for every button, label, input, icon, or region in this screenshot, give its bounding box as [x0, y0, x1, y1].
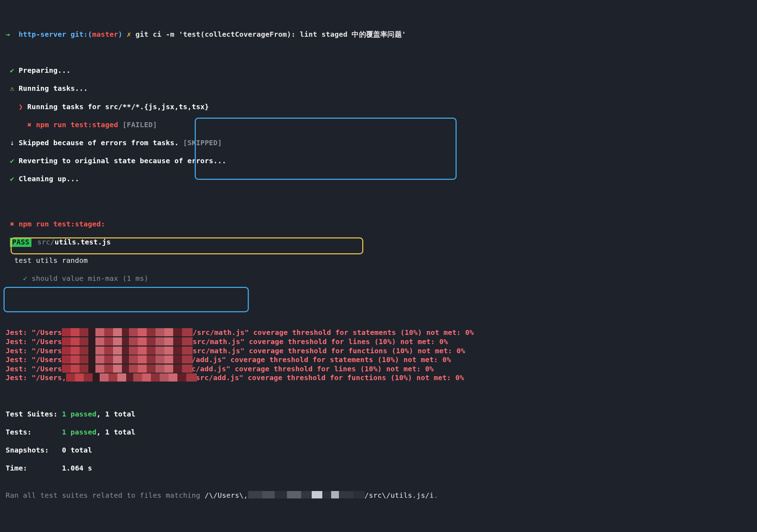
lint-failed-cmd: npm run test:staged — [36, 120, 118, 129]
summary-suites-total: , 1 total — [96, 410, 135, 418]
jest-err-mid: src — [193, 347, 206, 355]
jest-err-post: /math.js" coverage threshold for functio… — [206, 347, 465, 355]
jest-error-block: Jest: "/Users/src/math.js" coverage thre… — [6, 328, 757, 383]
lint-clean: ✔ Cleaning up... — [6, 175, 757, 184]
jest-error-line: Jest: "/Userssrc/add.js" coverage thresh… — [6, 355, 757, 365]
ran-match-b: /src\/utils.js/i — [365, 491, 434, 500]
summary-snap-val: 0 total — [62, 446, 92, 454]
jest-err-pre: Jest: "/Users — [6, 328, 62, 337]
summary-time: Time: 1.064 s — [6, 464, 757, 473]
suite-name: test utils random — [14, 256, 88, 265]
jest-error-line: Jest: "/Users/src/math.js" coverage thre… — [6, 328, 757, 337]
censored-path — [62, 337, 193, 345]
lint-skip-text: Skipped because of errors from tasks. — [19, 138, 179, 147]
lint-revert-text: Reverting to original state because of e… — [19, 156, 227, 165]
prompt-line: → http-server git:(master) ✗ git ci -m '… — [6, 30, 757, 39]
summary-time-val: 1.064 s — [62, 464, 92, 472]
warn-icon: ⚠ — [10, 84, 14, 93]
lint-skipped: ↓ Skipped because of errors from tasks. … — [6, 138, 757, 148]
lint-task-text: Running tasks for src/**/*.{js,jsx,ts,ts… — [27, 102, 209, 111]
jest-err-pre: Jest: "/Users — [6, 337, 62, 346]
jest-err-pre: Jest: "/Users, — [6, 373, 66, 382]
summary-snap-label: Snapshots: — [6, 446, 49, 454]
summary-suites-label: Test Suites: — [6, 410, 58, 418]
git-label: git:( — [71, 30, 92, 39]
lint-clean-text: Cleaning up... — [19, 175, 79, 183]
jest-err-pre: Jest: "/Users — [6, 347, 62, 355]
jest-error-line: Jest: "/Users,er/src/add.js" coverage th… — [6, 373, 757, 383]
down-arrow-icon: ↓ — [10, 138, 14, 147]
pass-path-dim: src/ — [37, 238, 54, 246]
censored-path — [248, 491, 365, 498]
jest-err-post: /math.js" coverage threshold for stateme… — [210, 328, 474, 337]
check-icon: ✔ — [10, 175, 14, 183]
censored-path — [62, 328, 193, 336]
jest-err-mid: src — [193, 337, 206, 346]
jest-suite: test utils random — [6, 256, 757, 265]
jest-err-post: /add.js" coverage threshold for lines (1… — [196, 365, 434, 373]
prompt-command: git ci -m 'test(collectCoverageFrom): li… — [135, 30, 406, 39]
npm-fail-text: npm run test:staged: — [19, 220, 105, 228]
lint-failed: ✖ npm run test:staged [FAILED] — [6, 120, 757, 130]
summary-tests-total: , 1 total — [96, 428, 135, 436]
summary-snapshots: Snapshots: 0 total — [6, 446, 757, 455]
lint-running: ⚠ Running tasks... — [6, 84, 757, 93]
jest-error-line: Jest: "/Users/src/add.js" coverage thres… — [6, 365, 757, 374]
summary-tests: Tests: 1 passed, 1 total — [6, 428, 757, 437]
jest-err-pre: Jest: "/Users — [6, 365, 62, 373]
prompt-arrow-icon: → — [6, 30, 10, 39]
jest-err-pre: Jest: "/Users — [6, 355, 62, 364]
pass-file: utils.test.js — [54, 238, 111, 246]
censored-path — [66, 373, 183, 382]
jest-error-line: Jest: "/Userssrc/math.js" coverage thres… — [6, 347, 757, 356]
chevron-right-icon: ❯ — [19, 102, 23, 111]
jest-err-post: /add.js" coverage threshold for statemen… — [192, 355, 451, 364]
lint-revert: ✔ Reverting to original state because of… — [6, 156, 757, 166]
skipped-badge: [SKIPPED] — [183, 138, 222, 147]
lint-running-text: Running tasks... — [19, 84, 88, 93]
jest-error-line: Jest: "/Userssrc/math.js" coverage thres… — [6, 337, 757, 347]
fail-icon: ✖ — [27, 120, 31, 129]
jest-err-post: /add.js" coverage threshold for function… — [209, 373, 464, 382]
failed-badge: [FAILED] — [123, 120, 157, 129]
summary-tests-pass: 1 passed — [62, 428, 96, 436]
ran-match-a: /\/Users\, — [205, 491, 248, 500]
git-branch: master — [92, 30, 118, 39]
check-icon: ✔ — [10, 156, 14, 165]
censored-path — [62, 347, 193, 355]
ran-line: Ran all test suites related to files mat… — [6, 491, 757, 500]
check-icon: ✓ — [23, 274, 27, 283]
git-close: ) — [118, 30, 122, 39]
lint-task: ❯ Running tasks for src/**/*.{js,jsx,ts,… — [6, 102, 757, 112]
lint-preparing: ✔ Preparing... — [6, 66, 757, 75]
jest-err-post: /math.js" coverage threshold for lines (… — [206, 337, 448, 346]
ran-prefix: Ran all test suites related to files mat… — [6, 491, 205, 500]
fail-icon: ✖ — [10, 220, 14, 228]
npm-fail-line: ✖ npm run test:staged: — [6, 220, 757, 229]
check-icon: ✔ — [10, 66, 14, 75]
prompt-dirty-icon: ✗ — [127, 30, 131, 39]
summary-time-label: Time: — [6, 464, 27, 472]
censored-path — [62, 365, 178, 373]
summary-tests-label: Tests: — [6, 428, 31, 436]
jest-case: ✓ should value min-max (1 ms) — [6, 274, 757, 283]
prompt-dir: http-server — [19, 30, 66, 39]
lint-preparing-text: Preparing... — [19, 66, 71, 75]
summary-suites-pass: 1 passed — [62, 410, 96, 418]
jest-pass-line: PASS src/utils.test.js — [6, 238, 757, 247]
jest-err-mid: /src — [193, 328, 210, 337]
summary-suites: Test Suites: 1 passed, 1 total — [6, 410, 757, 419]
ran-dot: . — [434, 491, 438, 500]
pass-badge: PASS — [10, 238, 31, 247]
case-name: should value min-max (1 ms) — [31, 274, 148, 283]
censored-path — [62, 355, 178, 363]
terminal-output: → http-server git:(master) ✗ git ci -m '… — [0, 0, 757, 532]
